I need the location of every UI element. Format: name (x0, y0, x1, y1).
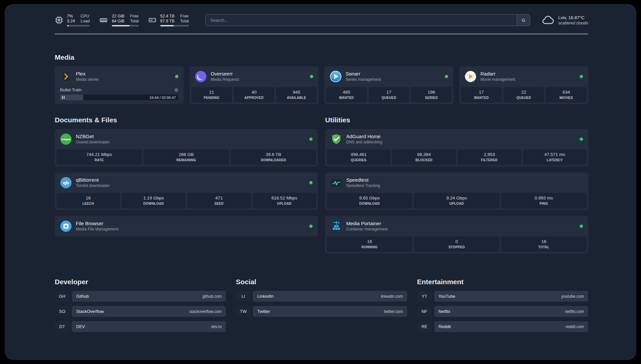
stat-box: 1.19 Gbps DOWNLOAD (122, 193, 185, 208)
stat-label: SEED (189, 202, 250, 205)
service-card-sonarr[interactable]: Sonarr Series management 485 WANTED 17 Q… (324, 66, 453, 104)
stat-label: QUEUED (505, 96, 543, 100)
speedtest-graph-icon (330, 177, 342, 189)
stat-value: 266 GB (145, 152, 228, 157)
stat-value: 16 (58, 196, 119, 200)
portainer-crane-icon (330, 220, 342, 232)
service-card-portainer[interactable]: Media Portainer Container management 16 … (325, 216, 588, 254)
stat-box: 86,384 BLOCKED (392, 149, 456, 165)
bookmark-name: YouTube (439, 294, 455, 299)
stat-label: BLOCKED (393, 158, 454, 162)
bookmark-link-dev[interactable]: DEV dev.to (72, 321, 226, 332)
stat-value: 618.52 Mbps (254, 196, 315, 200)
bookmark-link-github[interactable]: Github github.com (72, 291, 226, 302)
bookmark-row-github: GH Github github.com (55, 291, 226, 302)
nzbget-icon: nzbget (60, 133, 72, 145)
stat-label: PING (503, 202, 585, 205)
memory-label-top: Free (130, 14, 138, 19)
bookmark-abbr: RE (417, 321, 432, 332)
topbar-divider (55, 34, 588, 34)
disk-usage-bar (160, 25, 189, 26)
bookmark-group-entertainment: Entertainment YT YouTube youtube.com NF … (417, 278, 588, 332)
bookmark-abbr: LI (236, 291, 251, 302)
section-documents: Documents & Files nzbget NZBGet Usenet d… (55, 116, 318, 236)
search-input[interactable] (206, 15, 517, 26)
service-name: Overseerr (211, 71, 239, 77)
stat-label: WANTED (462, 96, 501, 100)
bookmark-row-youtube: YT YouTube youtube.com (417, 291, 588, 302)
bookmark-link-twitter[interactable]: Twitter twitter.com (253, 306, 407, 317)
stat-value: 0 (415, 239, 498, 244)
section-title-documents: Documents & Files (55, 116, 318, 124)
search-engine-button[interactable]: G (517, 15, 530, 26)
bookmark-name: Reddit (439, 324, 451, 329)
bookmark-link-reddit[interactable]: Reddit reddit.com (434, 321, 588, 332)
bookmark-group-title: Social (236, 278, 407, 286)
bookmark-domain: youtube.com (561, 294, 584, 299)
stat-value: 471 (189, 196, 250, 200)
stat-label: MOVIES (547, 96, 585, 100)
cpu-readout: 7% 3.24 CPU Load (67, 14, 90, 26)
memory-widget: 22 GiB 64 GiB Free Total (99, 14, 139, 26)
hard-disk-icon (148, 16, 157, 24)
stat-value: 2,953 (459, 152, 520, 157)
stat-value: 485 (327, 90, 366, 95)
service-card-radarr[interactable]: Radarr Movie management 17 WANTED 22 QUE… (459, 66, 588, 104)
stat-value: 9.65 Gbps (328, 196, 411, 200)
stat-box: 17 WANTED (461, 87, 502, 103)
service-card-qbittorrent[interactable]: qb qBittorrent Torrent downloader 16 LEE… (55, 172, 318, 210)
service-card-adguard[interactable]: AdGuard Home DNS and adblocking 498,461 … (325, 129, 588, 167)
service-title-block: Media Portainer Container management (346, 221, 387, 232)
stat-value: 1.19 Gbps (123, 196, 184, 200)
stat-box: 485 WANTED (326, 87, 367, 103)
weather-location: Lviv, 16.87°C (558, 15, 588, 20)
bookmark-abbr: SO (55, 306, 70, 317)
service-card-speedtest[interactable]: Speedtest Speedtest Tracking 9.65 Gbps D… (325, 172, 588, 210)
now-playing-title: Bullet Train (60, 87, 81, 92)
disk-readout: 52.4 TB 97.9 TB Free Total (160, 14, 189, 26)
service-title-block: Speedtest Speedtest Tracking (346, 177, 380, 188)
service-card-plex[interactable]: Plex Media server Bullet Train ⚙ (55, 66, 184, 104)
section-title-media: Media (55, 53, 588, 61)
stat-box: 21 PENDING (191, 87, 232, 103)
bookmark-link-youtube[interactable]: YouTube youtube.com (434, 291, 588, 302)
weather-condition: scattered clouds (558, 20, 588, 26)
bookmark-domain: github.com (202, 294, 222, 299)
gear-icon: ⚙ (174, 88, 178, 92)
stat-value: 17 (462, 90, 501, 95)
bookmark-name: Twitter (257, 309, 270, 314)
stat-box: 16 LEECH (56, 193, 120, 208)
stat-box: 47.571 ms LATENCY (523, 149, 587, 165)
service-title-block: Sonarr Series management (346, 71, 381, 82)
stat-label: AVAILABLE (277, 96, 316, 100)
service-card-overseerr[interactable]: Overseerr Media Requests 21 PENDING 40 A… (190, 66, 319, 104)
pause-icon (62, 96, 65, 99)
status-dot-online (580, 225, 583, 228)
memory-free: 22 GiB (112, 14, 124, 19)
bookmark-abbr: GH (55, 291, 70, 302)
dashboard: 7% 3.24 CPU Load 22 GiB (5, 4, 636, 360)
cpu-widget: 7% 3.24 CPU Load (55, 14, 90, 26)
bookmark-link-stackoverflow[interactable]: StackOverflow stackoverflow.com (72, 306, 226, 317)
stat-value: 945 (277, 90, 316, 95)
cpu-usage-bar (67, 25, 90, 26)
stat-label: LATENCY (524, 158, 585, 162)
stat-value: 196 (412, 90, 450, 95)
bookmark-link-netflix[interactable]: Netflix netflix.com (434, 306, 588, 317)
service-card-filebrowser[interactable]: File Browser Media File Management (55, 216, 318, 236)
bookmark-name: StackOverflow (76, 309, 104, 314)
stat-value: 498,461 (328, 152, 389, 157)
adguard-shield-icon (330, 133, 342, 145)
svg-text:qb: qb (63, 180, 69, 185)
stat-label: UPLOAD (254, 202, 315, 205)
bookmark-abbr: YT (417, 291, 432, 302)
stat-box: 618.52 Mbps UPLOAD (253, 193, 316, 208)
disk-label-bottom: Total (180, 19, 189, 24)
stat-box: 39.6 TB DOWNLOADED (231, 149, 316, 165)
radarr-icon (465, 71, 476, 82)
bookmark-group-social: Social LI LinkedIn linkedin.com TW Twitt… (236, 278, 407, 317)
bookmark-link-linkedin[interactable]: LinkedIn linkedin.com (253, 291, 407, 302)
service-name: Media Portainer (346, 221, 387, 227)
service-card-nzbget[interactable]: nzbget NZBGet Usenet downloader 744.21 M… (55, 129, 318, 167)
stat-label: SERIES (412, 96, 450, 100)
